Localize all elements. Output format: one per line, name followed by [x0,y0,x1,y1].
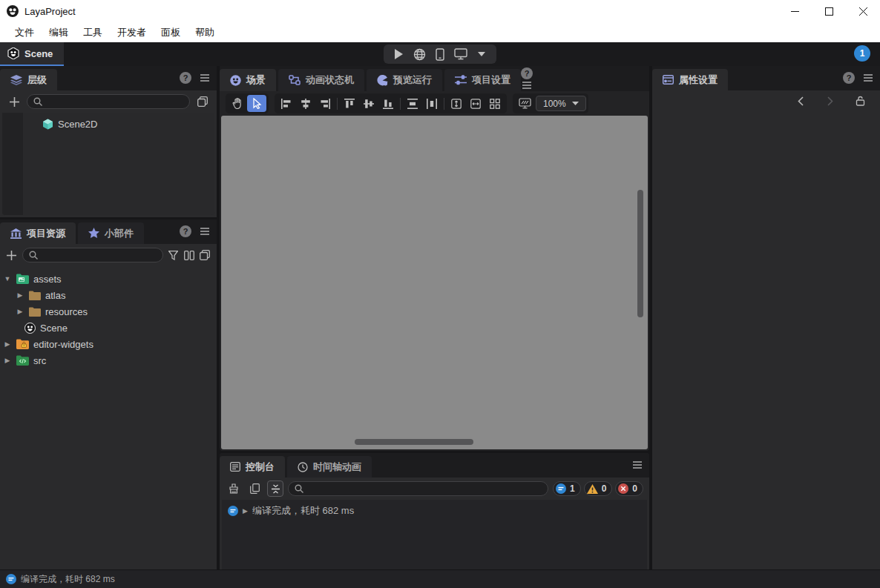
tree-node-resources[interactable]: ▶ resources [3,303,217,320]
align-right-icon[interactable] [315,95,335,112]
tree-node-assets-label: assets [33,274,62,285]
hierarchy-help-icon[interactable]: ? [180,72,191,84]
scene-help-icon[interactable]: ? [521,67,533,79]
assets-menu-icon[interactable] [199,225,211,237]
zoom-level-dropdown[interactable]: 100% [536,96,586,111]
stretch-vertical-icon[interactable] [447,95,466,112]
log-entry[interactable]: ▶ 编译完成，耗时 682 ms [222,504,647,518]
tree-node-assets[interactable]: ▼ assets [3,271,217,287]
lock-icon[interactable] [852,93,868,109]
select-tool-icon[interactable] [247,95,266,112]
tree-node-scene-file[interactable]: Scene [3,320,217,336]
properties-icon [663,75,674,85]
expand-arrow-icon[interactable]: ▶ [16,308,24,315]
tree-node-scene2d-label: Scene2D [58,119,97,130]
align-left-icon[interactable] [277,95,296,112]
console-menu-icon[interactable] [631,459,643,471]
hierarchy-add-button[interactable] [6,93,22,110]
menu-edit[interactable]: 编辑 [42,24,76,42]
tab-console[interactable]: 控制台 [220,456,285,478]
assets-search-input[interactable] [42,250,157,260]
assets-collapse-all-icon[interactable] [200,247,211,263]
console-clear-icon[interactable] [226,480,242,497]
properties-help-icon[interactable]: ? [843,72,855,84]
align-top-icon[interactable] [340,95,359,112]
nav-forward-icon[interactable] [822,93,838,109]
nav-back-icon[interactable] [792,93,809,109]
error-icon [618,483,628,494]
distribute-horizontal-icon[interactable] [422,95,441,112]
menu-panels[interactable]: 面板 [154,24,188,42]
assets-search[interactable] [22,248,163,262]
log-expand-arrow[interactable]: ▶ [243,507,248,515]
scene-tab-strip: 场景 动画状态机 预览运行 [220,66,649,91]
horizontal-scrollbar[interactable] [355,439,473,445]
minimize-button[interactable] [778,0,812,22]
expand-arrow-icon[interactable]: ▼ [3,275,12,283]
laya-hexagon-icon [7,47,19,59]
run-browser-icon[interactable] [410,46,428,62]
align-center-horizontal-icon[interactable] [296,95,315,112]
play-button[interactable] [390,46,407,62]
run-mobile-icon[interactable] [431,46,449,62]
tab-widgets[interactable]: 小部件 [78,222,144,244]
tab-properties[interactable]: 属性设置 [652,69,728,90]
notification-badge[interactable]: 1 [854,45,870,62]
maximize-button[interactable] [812,0,846,22]
vertical-scrollbar[interactable] [637,190,643,317]
warning-count: 0 [602,483,607,494]
run-target-dropdown[interactable] [473,46,490,62]
hierarchy-collapse-all-icon[interactable] [194,93,211,110]
align-bottom-icon[interactable] [378,95,398,112]
tab-scene[interactable]: 场景 [220,69,276,91]
tab-widgets-label: 小部件 [105,227,134,240]
scene-menu-icon[interactable] [521,79,533,91]
hierarchy-search-input[interactable] [46,96,183,107]
console-collapse-icon[interactable] [267,480,283,497]
pan-tool-icon[interactable] [228,95,247,112]
scene-toolbar: 100% [220,91,649,116]
console-search-input[interactable] [307,483,542,494]
console-search[interactable] [288,481,548,496]
tab-timeline-animation[interactable]: 时间轴动画 [287,456,372,478]
tile-layout-icon[interactable] [485,95,505,112]
hierarchy-menu-icon[interactable] [199,72,211,84]
menu-developer[interactable]: 开发者 [110,24,154,42]
console-copy-icon[interactable] [246,480,263,497]
menu-tools[interactable]: 工具 [76,24,110,42]
expand-arrow-icon[interactable]: ▶ [16,291,24,299]
tab-preview-run[interactable]: 预览运行 [367,69,442,91]
folder-assets-icon [16,274,29,284]
align-middle-vertical-icon[interactable] [359,95,378,112]
info-count-badge[interactable]: 1 [553,481,581,496]
properties-menu-icon[interactable] [862,72,874,84]
assets-filter-icon[interactable] [168,247,180,263]
tree-node-editor-widgets[interactable]: ▶ editor-widgets [3,336,217,352]
distribute-vertical-icon[interactable] [403,95,422,112]
expand-arrow-icon[interactable]: ▶ [3,357,12,364]
screen-adapt-icon[interactable] [515,95,534,112]
tab-project-settings[interactable]: 项目设置 [444,69,521,91]
tab-project-resources[interactable]: 项目资源 [0,222,76,244]
stretch-horizontal-icon[interactable] [466,95,485,112]
menu-file[interactable]: 文件 [7,24,42,42]
expand-arrow-icon[interactable]: ▶ [3,340,12,348]
tab-animation-state-machine[interactable]: 动画状态机 [278,69,364,91]
warning-count-badge[interactable]: 0 [584,481,613,496]
tab-hierarchy[interactable]: 层级 [0,69,57,90]
error-count-badge[interactable]: 0 [615,481,643,496]
tree-node-scene-file-label: Scene [40,323,68,334]
tab-project-resources-label: 项目资源 [27,227,65,240]
tree-node-atlas[interactable]: ▶ atlas [3,287,217,303]
hierarchy-search[interactable] [27,94,190,109]
assets-add-button[interactable] [6,247,18,263]
close-button[interactable] [846,0,880,22]
run-desktop-icon[interactable] [452,46,470,62]
tree-node-scene2d[interactable]: Scene2D [23,116,214,132]
tree-node-src[interactable]: ▶ src [3,352,217,369]
scene-canvas[interactable] [221,116,648,449]
assets-help-icon[interactable]: ? [180,225,191,237]
menu-help[interactable]: 帮助 [188,24,222,42]
tab-scene-document[interactable]: Scene [0,42,64,66]
assets-split-view-icon[interactable] [183,247,195,263]
